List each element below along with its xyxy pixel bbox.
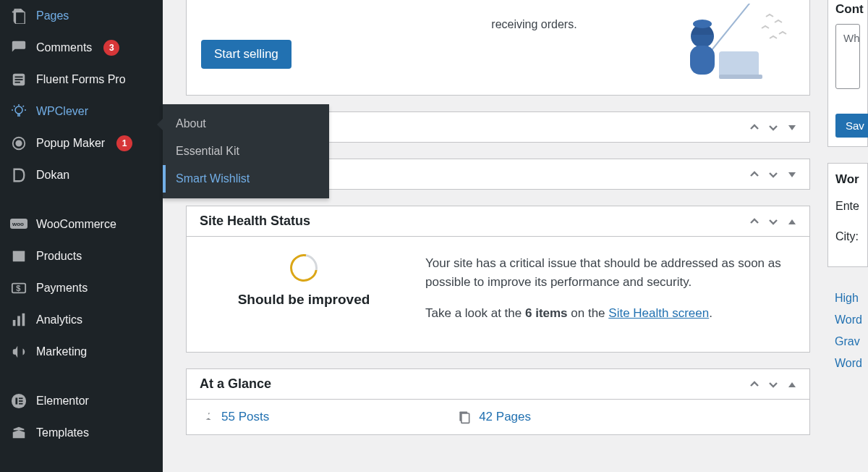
glance-pages-count: 42 Pages	[479, 410, 531, 424]
sidebar-item-dokan[interactable]: Dokan	[0, 159, 163, 191]
svg-rect-22	[19, 400, 23, 402]
sidebar-item-label: Popup Maker	[36, 137, 105, 150]
site-health-msg1: Your site has a critical issue that shou…	[425, 254, 793, 292]
marketing-icon	[10, 343, 27, 361]
products-icon	[10, 248, 27, 265]
main-content: receiving orders. Start selling	[163, 0, 827, 472]
panel-up-icon[interactable]	[747, 214, 762, 229]
svg-point-7	[15, 106, 22, 114]
submenu-about[interactable]: About	[163, 110, 329, 138]
svg-rect-31	[461, 413, 469, 423]
comment-icon	[10, 39, 27, 56]
sidebar-item-label: WooCommerce	[36, 218, 116, 231]
glance-pages[interactable]: 42 Pages	[457, 410, 531, 424]
submenu-essential-kit[interactable]: Essential Kit	[163, 138, 329, 165]
svg-rect-1	[15, 12, 25, 25]
sidebar-item-elementor[interactable]: Elementor	[0, 385, 163, 417]
sidebar-item-label: Marketing	[36, 345, 87, 358]
hero-tail-text: receiving orders.	[201, 18, 650, 31]
site-health-title: Site Health Status	[200, 214, 310, 229]
sidebar-item-products[interactable]: Products	[0, 240, 163, 272]
sidebar-item-label: Comments	[36, 41, 92, 54]
svg-rect-28	[719, 51, 759, 77]
sidebar-item-fluentforms[interactable]: Fluent Forms Pro	[0, 64, 163, 96]
svg-rect-21	[19, 397, 23, 399]
site-health-link[interactable]: Site Health screen	[608, 306, 709, 320]
panel-up-icon[interactable]	[747, 377, 762, 392]
sidebar-item-templates[interactable]: Templates	[0, 417, 163, 449]
start-selling-button[interactable]: Start selling	[201, 40, 292, 69]
rhs-card-2: Wor Ente City:	[827, 163, 868, 267]
rhs-link-1[interactable]: High	[835, 292, 861, 305]
pages-icon	[10, 7, 27, 25]
rhs-card2-label2: City:	[835, 230, 860, 243]
panel-toggle-icon[interactable]	[785, 120, 799, 135]
at-a-glance-panel: At a Glance 55 Posts 42 Pages	[186, 368, 810, 435]
sidebar-item-comments[interactable]: Comments 3	[0, 32, 163, 64]
comments-badge: 3	[103, 40, 119, 56]
health-ring-icon	[285, 249, 323, 287]
rhs-card1-save[interactable]: Sav	[835, 114, 868, 138]
rhs-link-2[interactable]: Word	[835, 313, 861, 326]
panel-toggle-icon[interactable]	[785, 167, 799, 182]
form-icon	[10, 71, 27, 88]
svg-rect-20	[15, 397, 17, 404]
svg-text:woo: woo	[12, 221, 24, 227]
sidebar-item-label: Payments	[36, 282, 88, 295]
sidebar-item-wpclever[interactable]: WPClever	[0, 96, 163, 127]
rhs-link-3[interactable]: Grav	[835, 335, 861, 348]
svg-rect-18	[22, 313, 25, 326]
pin-icon	[200, 410, 214, 424]
sidebar-item-analytics[interactable]: Analytics	[0, 304, 163, 336]
panel-toggle-icon[interactable]	[785, 377, 799, 392]
dokan-icon	[10, 167, 27, 184]
hero-illustration	[650, 4, 795, 83]
sidebar-item-label: Pages	[36, 9, 69, 22]
templates-icon	[10, 424, 27, 442]
panel-down-icon[interactable]	[766, 120, 780, 135]
rhs-card-1: Cont Wh Sav	[827, 0, 868, 147]
rhs-link-4[interactable]: Word	[835, 357, 861, 370]
svg-rect-4	[15, 76, 23, 77]
popup-icon	[10, 135, 27, 152]
sidebar-item-woocommerce[interactable]: woo WooCommerce	[0, 208, 163, 240]
sidebar-item-label: Analytics	[36, 313, 82, 326]
woo-icon: woo	[10, 216, 27, 233]
panel-up-icon[interactable]	[747, 120, 762, 135]
svg-text:$: $	[16, 284, 20, 292]
sidebar-item-pages[interactable]: Pages	[0, 0, 163, 32]
payments-icon: $	[10, 279, 27, 297]
sidebar-item-payments[interactable]: $ Payments	[0, 272, 163, 304]
svg-rect-17	[17, 316, 20, 326]
right-column: Cont Wh Sav Wor Ente City: High Word Gra…	[827, 0, 868, 472]
panel-down-icon[interactable]	[766, 377, 780, 392]
svg-rect-12	[13, 253, 25, 262]
analytics-icon	[10, 311, 27, 329]
submenu-smart-wishlist[interactable]: Smart Wishlist	[163, 165, 329, 193]
svg-point-9	[16, 140, 21, 146]
panel-up-icon[interactable]	[747, 167, 762, 182]
popup-badge: 1	[116, 135, 132, 151]
sidebar-item-marketing[interactable]: Marketing	[0, 336, 163, 368]
sidebar-item-popupmaker[interactable]: Popup Maker 1	[0, 127, 163, 159]
panel-down-icon[interactable]	[766, 214, 780, 229]
hero-panel: receiving orders. Start selling	[186, 0, 810, 96]
site-health-msg2: Take a look at the 6 items on the Site H…	[425, 304, 793, 323]
pages-stack-icon	[457, 410, 472, 424]
panel-toggle-icon[interactable]	[785, 214, 799, 229]
glance-posts[interactable]: 55 Posts	[200, 410, 269, 424]
svg-rect-13	[13, 251, 25, 253]
panel-down-icon[interactable]	[766, 167, 780, 182]
elementor-icon	[10, 392, 27, 410]
svg-rect-27	[690, 46, 715, 75]
rhs-card1-title: Cont	[835, 2, 860, 17]
sidebar-item-label: WPClever	[36, 105, 88, 118]
admin-sidebar: Pages Comments 3 Fluent Forms Pro WPClev…	[0, 0, 163, 472]
rhs-card2-title: Wor	[835, 172, 860, 187]
sidebar-item-label: Dokan	[36, 169, 69, 182]
svg-point-26	[693, 20, 712, 28]
rhs-card-3: High Word Grav Word	[827, 283, 868, 387]
svg-rect-6	[15, 82, 20, 83]
rhs-card1-input[interactable]: Wh	[835, 24, 860, 89]
svg-rect-29	[719, 75, 762, 79]
